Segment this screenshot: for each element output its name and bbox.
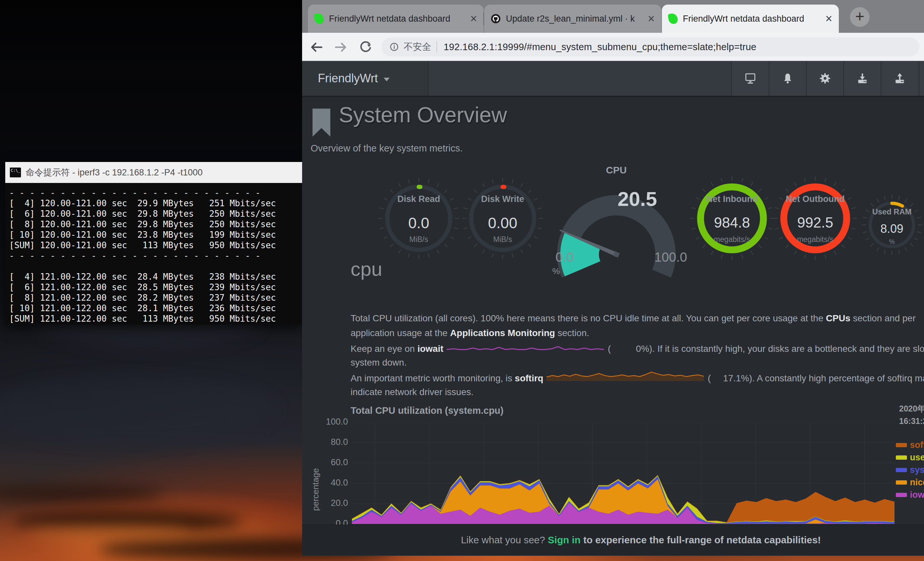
y-tick: 20.0 [315,498,348,508]
text: system down. [351,357,406,367]
y-tick: 40.0 [315,478,348,488]
sign-in-link[interactable]: Sign in [548,534,580,545]
github-favicon [491,14,501,24]
legend-swatch [896,468,907,472]
page-title: System Overview [339,102,507,127]
metric-value: 0 [611,341,641,356]
chart-legend: softirqusersystemniceiowait [896,439,924,504]
svg-text:MiB/s: MiB/s [409,235,428,244]
text: %). A constantly high percentage of soft… [741,373,924,383]
gauge-disk-read: Disk Read0.0MiB/s [374,173,464,265]
gauge-net-outbound: Net Outbound992.5megabits/s [768,171,863,267]
legend-swatch [896,456,907,460]
legend-item-nice[interactable]: nice [896,476,924,489]
svg-text:%: % [552,266,560,276]
bookmark-icon [310,107,332,140]
info-icon[interactable] [388,41,400,53]
keyword: iowait [417,344,443,354]
navbar-button-partial [919,61,924,96]
tab-close-icon[interactable]: × [825,13,832,25]
browser-toolbar: 不安全 192.168.2.1:19999/#menu_system_subme… [302,33,924,61]
legend-label: softirq [910,440,924,450]
iowait-sparkline [447,340,604,356]
reload-icon[interactable] [358,40,373,54]
tab-label: Update r2s_lean_minimal.yml · k [506,14,645,24]
svg-text:8.09: 8.09 [880,222,903,235]
svg-text:%: % [889,238,895,245]
page-subtitle: Overview of the key system metrics. [310,143,463,154]
back-icon[interactable] [309,40,324,54]
cpu-chart[interactable] [352,422,894,524]
keyword: CPUs [826,313,850,323]
cmd-icon: C:\_ [10,167,21,177]
cloud [0,377,275,443]
browser-window: FriendlyWrt netdata dashboard × Update r… [302,0,924,556]
svg-text:MiB/s: MiB/s [493,235,512,244]
svg-text:0.00: 0.00 [488,214,518,232]
svg-text:984.8: 984.8 [714,214,750,230]
address-bar[interactable]: 不安全 192.168.2.1:19999/#menu_system_subme… [381,38,920,56]
banner-text-pre: Like what you see? [461,534,548,545]
svg-text:megabits/s: megabits/s [714,235,750,244]
import-snapshot-button[interactable] [843,61,881,96]
monitor-icon [744,72,756,84]
text: Total CPU utilization (all cores). 100% … [351,313,826,323]
keyword: softirq [515,373,543,383]
bell-icon [782,72,794,84]
tab-github-update[interactable]: Update r2s_lean_minimal.yml · k × [484,5,661,33]
settings-button[interactable] [806,61,843,96]
url-text[interactable]: 192.168.2.1:19999/#menu_system_submenu_c… [444,42,756,53]
tab-friendlywrt-dashboard-2[interactable]: FriendlyWrt netdata dashboard × [662,5,839,33]
gauge-disk-write: Disk Write0.00MiB/s [458,173,548,265]
netdata-favicon [314,13,324,25]
text: application usage at the [351,328,450,338]
legend-label: system [910,465,924,475]
text: %). If it is constantly high, your disks… [641,344,924,354]
chart-date: 2020年3月21日 [899,403,924,414]
metric-value: 17.1 [711,371,741,386]
svg-text:megabits/s: megabits/s [797,235,833,244]
legend-swatch [896,493,907,497]
text: An important metric worth monitoring, is [351,373,515,383]
softirq-sparkline [546,370,704,385]
cloud [0,485,164,502]
svg-text:0.0: 0.0 [408,214,429,232]
gauge-used-ram: Used RAM8.09% [858,191,924,260]
tab-close-icon[interactable]: × [648,13,655,25]
brand-dropdown[interactable]: FriendlyWrt [302,61,429,96]
text: section. [555,328,589,338]
monitor-button[interactable] [731,61,769,96]
tab-strip: FriendlyWrt netdata dashboard × Update r… [302,0,924,33]
desktop: C:\_ 命令提示符 - iperf3 -c 192.168.1.2 -P4 -… [0,0,924,561]
new-tab-button[interactable]: + [850,7,870,27]
alarms-button[interactable] [769,61,806,96]
svg-text:Disk Write: Disk Write [481,194,524,204]
svg-text:992.5: 992.5 [797,214,833,230]
legend-item-iowait[interactable]: iowait [896,489,924,501]
text: indicate network driver issues. [351,387,474,397]
terminal-output: - - - - - - - - - - - - - - - - - - - - … [5,183,302,325]
svg-text:Used RAM: Used RAM [872,207,912,216]
forward-icon[interactable] [333,40,348,54]
tab-separator [483,12,484,26]
gauge-cpu: 20.50.0100.0% [538,174,695,279]
legend-item-system[interactable]: system [896,463,924,476]
brand-label: FriendlyWrt [318,71,378,85]
tab-friendlywrt-dashboard-1[interactable]: FriendlyWrt netdata dashboard × [308,5,484,33]
chevron-down-icon [384,78,390,81]
legend-swatch [896,480,907,484]
legend-item-softirq[interactable]: softirq [896,439,924,451]
keyword: Applications Monitoring [450,328,555,338]
export-snapshot-button[interactable] [881,61,918,96]
terminal-window[interactable]: C:\_ 命令提示符 - iperf3 -c 192.168.1.2 -P4 -… [5,162,302,325]
tab-close-icon[interactable]: × [470,13,477,25]
upload-icon [894,72,906,84]
legend-item-user[interactable]: user [896,451,924,463]
banner-text-post: to experience the full-range of netdata … [580,534,821,545]
text: section and per [850,313,915,323]
legend-swatch [896,443,907,447]
security-label: 不安全 [404,41,431,53]
cloud [26,525,190,538]
tab-label: FriendlyWrt netdata dashboard [329,14,467,24]
terminal-titlebar[interactable]: C:\_ 命令提示符 - iperf3 -c 192.168.1.2 -P4 -… [5,162,302,183]
